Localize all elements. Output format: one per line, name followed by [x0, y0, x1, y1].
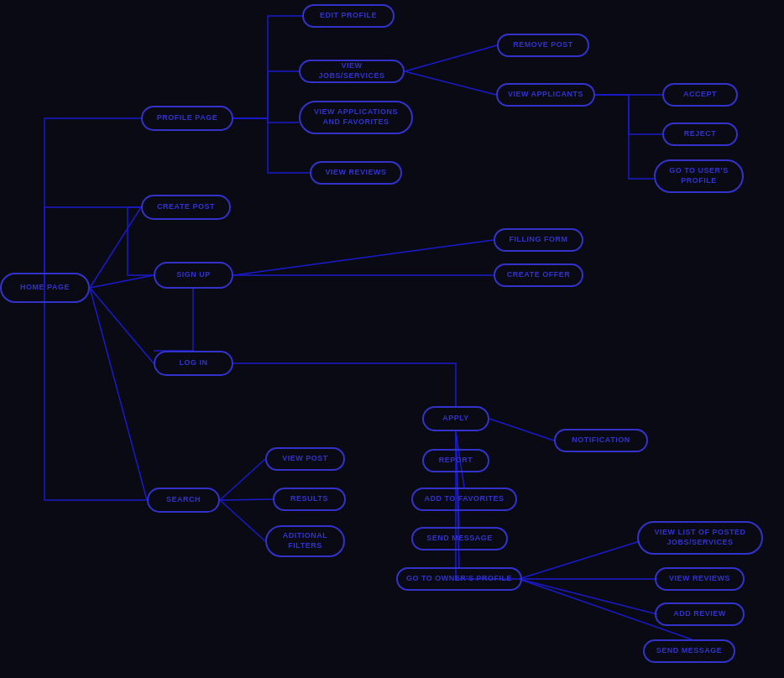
node-create-offer: CREATE OFFER	[494, 263, 583, 287]
node-go-owner-profile: GO TO OWNER'S PROFILE	[396, 567, 522, 591]
svg-line-16	[220, 500, 265, 541]
node-additional-filters: ADITIONAL FILTERS	[265, 525, 345, 557]
svg-line-3	[90, 207, 141, 288]
node-send-message2: SEND MESSAGE	[643, 639, 735, 663]
node-reject: REJECT	[662, 123, 738, 146]
node-homepage: HomE PaGE	[0, 273, 90, 303]
node-log-in: LOG IN	[154, 351, 233, 376]
node-view-post: VIEW POST	[265, 447, 345, 471]
node-edit-profile: EDIT PROFILE	[302, 4, 395, 28]
node-add-to-favorites: ADD TO FAVORITES	[411, 488, 517, 511]
node-view-list-posted: VIEW LIST OF POSTED JOBS/SERVICES	[637, 521, 763, 555]
node-view-jobs: VIEW JOBS/SERVICES	[299, 60, 405, 83]
svg-line-11	[456, 431, 459, 527]
node-report: REPORT	[422, 449, 489, 472]
svg-line-13	[489, 419, 554, 441]
svg-line-0	[90, 275, 154, 288]
node-results: RESULTS	[273, 488, 346, 511]
svg-line-7	[233, 240, 494, 275]
svg-line-4	[405, 45, 497, 71]
node-sign-up: SIGN UP	[154, 262, 233, 289]
node-apply: APPLY	[422, 406, 489, 431]
node-view-applicants: VIEW APPLICANTS	[496, 83, 595, 107]
node-send-message: SEND MESSAGE	[411, 527, 508, 550]
svg-line-5	[405, 71, 496, 95]
node-go-user-profile: GO TO USER'S PROFILE	[654, 159, 744, 193]
node-view-apps: VIEW APPLICATIONS AND FAVORITES	[299, 101, 413, 134]
node-create-post: CREATE POST	[141, 195, 231, 220]
svg-line-15	[220, 499, 273, 500]
node-notification: NOTIFICATION	[554, 429, 648, 452]
node-profile-page: PROFILE PAGE	[141, 106, 233, 131]
node-remove-post: REMOVE POST	[497, 34, 589, 57]
svg-line-2	[90, 288, 147, 500]
svg-line-14	[220, 459, 265, 500]
node-accept: ACCEPT	[662, 83, 738, 107]
node-view-reviews2: VIEW REVIEWS	[655, 567, 745, 591]
node-add-review: ADD REVIEW	[655, 602, 745, 626]
svg-line-1	[90, 288, 154, 363]
node-search: SEARCH	[147, 488, 220, 513]
node-view-reviews-profile: VIEW REVIEWS	[310, 161, 402, 185]
node-filling-form: FILLING FORM	[494, 228, 583, 252]
